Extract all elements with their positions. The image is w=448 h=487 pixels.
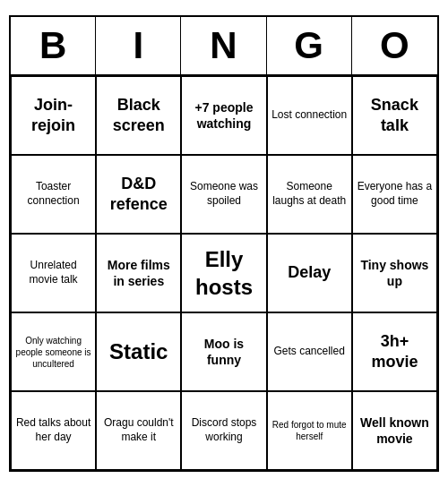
bingo-cell-14[interactable]: Tiny shows up [352, 234, 437, 312]
bingo-cell-6[interactable]: D&D refence [96, 155, 181, 234]
letter-g: G [267, 17, 352, 74]
bingo-grid: Join-rejoinBlack screen+7 people watchin… [11, 76, 437, 470]
bingo-cell-22[interactable]: Discord stops working [181, 391, 266, 470]
bingo-cell-16[interactable]: Static [96, 312, 181, 391]
letter-b: B [11, 17, 96, 74]
bingo-card: B I N G O Join-rejoinBlack screen+7 peop… [9, 15, 439, 472]
bingo-header: B I N G O [11, 17, 437, 76]
bingo-cell-4[interactable]: Snack talk [352, 76, 437, 155]
bingo-cell-12[interactable]: Elly hosts [181, 234, 266, 312]
bingo-cell-11[interactable]: More films in series [96, 234, 181, 312]
bingo-cell-8[interactable]: Someone laughs at death [267, 155, 352, 234]
bingo-cell-23[interactable]: Red forgot to mute herself [267, 391, 352, 470]
letter-o: O [352, 17, 437, 74]
bingo-cell-0[interactable]: Join-rejoin [11, 76, 96, 155]
bingo-cell-20[interactable]: Red talks about her day [11, 391, 96, 470]
bingo-cell-10[interactable]: Unrelated movie talk [11, 234, 96, 312]
bingo-cell-7[interactable]: Someone was spoiled [181, 155, 266, 234]
bingo-cell-5[interactable]: Toaster connection [11, 155, 96, 234]
bingo-cell-15[interactable]: Only watching people someone is unculter… [11, 312, 96, 391]
bingo-cell-9[interactable]: Everyone has a good time [352, 155, 437, 234]
bingo-cell-13[interactable]: Delay [267, 234, 352, 312]
bingo-cell-17[interactable]: Moo is funny [181, 312, 266, 391]
letter-i: I [96, 17, 181, 74]
bingo-cell-19[interactable]: 3h+ movie [352, 312, 437, 391]
letter-n: N [181, 17, 266, 74]
bingo-cell-18[interactable]: Gets cancelled [267, 312, 352, 391]
bingo-cell-24[interactable]: Well known movie [352, 391, 437, 470]
bingo-cell-1[interactable]: Black screen [96, 76, 181, 155]
bingo-cell-2[interactable]: +7 people watching [181, 76, 266, 155]
bingo-cell-3[interactable]: Lost connection [267, 76, 352, 155]
bingo-cell-21[interactable]: Oragu couldn't make it [96, 391, 181, 470]
